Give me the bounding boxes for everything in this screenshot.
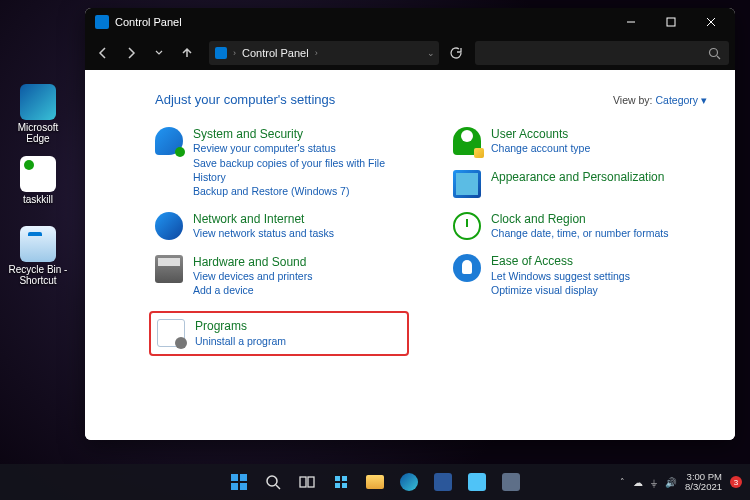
search-button[interactable] xyxy=(258,467,288,497)
start-button[interactable] xyxy=(224,467,254,497)
widgets-button[interactable] xyxy=(326,467,356,497)
svg-rect-12 xyxy=(300,477,306,487)
content-area: Adjust your computer's settings View by:… xyxy=(85,70,735,440)
categories-right-column: User AccountsChange account typeAppearan… xyxy=(453,127,707,356)
recycle-bin-icon xyxy=(20,226,56,262)
taskbar-app-snipping[interactable] xyxy=(462,467,492,497)
view-by-dropdown[interactable]: Category ▾ xyxy=(655,94,707,106)
wifi-icon[interactable]: ⏚ xyxy=(651,477,657,488)
category-title[interactable]: Ease of Access xyxy=(491,254,630,268)
category-link[interactable]: Review your computer's status xyxy=(193,141,409,155)
svg-rect-17 xyxy=(342,483,347,488)
categories-left-column: System and SecurityReview your computer'… xyxy=(155,127,409,356)
category-title[interactable]: Appearance and Personalization xyxy=(491,170,664,184)
taskbar-app-word[interactable] xyxy=(428,467,458,497)
task-view-button[interactable] xyxy=(292,467,322,497)
address-bar[interactable]: › Control Panel › ⌄ xyxy=(209,41,439,65)
maximize-button[interactable] xyxy=(651,8,691,36)
desktop-icon-recycle-bin[interactable]: Recycle Bin - Shortcut xyxy=(8,226,68,286)
category-prog[interactable]: ProgramsUninstall a program xyxy=(149,311,409,356)
category-title[interactable]: User Accounts xyxy=(491,127,590,141)
desktop-icon-label: taskkill xyxy=(8,194,68,205)
taskbar-app-edge[interactable] xyxy=(394,467,424,497)
usr-icon xyxy=(453,127,481,155)
category-clk[interactable]: Clock and RegionChange date, time, or nu… xyxy=(453,212,707,241)
edge-icon xyxy=(20,84,56,120)
svg-rect-6 xyxy=(231,474,238,481)
taskbar: ˄ ☁ ⏚ 🔊 3:00 PM 8/3/2021 3 xyxy=(0,464,750,500)
chevron-right-icon: › xyxy=(315,48,318,58)
window-title: Control Panel xyxy=(115,16,182,28)
chevron-right-icon: › xyxy=(233,48,236,58)
category-link[interactable]: Optimize visual display xyxy=(491,283,630,297)
desktop-icon-edge[interactable]: Microsoft Edge xyxy=(8,84,68,144)
nav-forward-button[interactable] xyxy=(119,41,143,65)
speaker-icon[interactable]: 🔊 xyxy=(665,477,677,488)
minimize-button[interactable] xyxy=(611,8,651,36)
category-ea[interactable]: Ease of AccessLet Windows suggest settin… xyxy=(453,254,707,297)
category-title[interactable]: Network and Internet xyxy=(193,212,334,226)
ea-icon xyxy=(453,254,481,282)
svg-rect-7 xyxy=(240,474,247,481)
taskbar-app-explorer[interactable] xyxy=(360,467,390,497)
svg-rect-13 xyxy=(308,477,314,487)
control-panel-window: Control Panel › Control Panel › ⌄ Adjust… xyxy=(85,8,735,440)
svg-rect-1 xyxy=(667,18,675,26)
category-net[interactable]: Network and InternetView network status … xyxy=(155,212,409,241)
svg-line-11 xyxy=(276,485,280,489)
clk-icon xyxy=(453,212,481,240)
refresh-button[interactable] xyxy=(443,41,467,65)
category-link[interactable]: Save backup copies of your files with Fi… xyxy=(193,156,409,184)
desktop-icon-label: Microsoft Edge xyxy=(8,122,68,144)
category-sec[interactable]: System and SecurityReview your computer'… xyxy=(155,127,409,198)
sec-icon xyxy=(155,127,183,155)
breadcrumb[interactable]: Control Panel xyxy=(242,47,309,59)
category-hw[interactable]: Hardware and SoundView devices and print… xyxy=(155,255,409,298)
category-link[interactable]: View devices and printers xyxy=(193,269,312,283)
view-by-label: View by: xyxy=(613,94,653,106)
category-title[interactable]: Clock and Region xyxy=(491,212,668,226)
clock[interactable]: 3:00 PM 8/3/2021 xyxy=(685,472,722,493)
svg-rect-16 xyxy=(335,483,340,488)
category-usr[interactable]: User AccountsChange account type xyxy=(453,127,707,156)
desktop-icon-label: Recycle Bin - Shortcut xyxy=(8,264,68,286)
category-link[interactable]: Add a device xyxy=(193,283,312,297)
hw-icon xyxy=(155,255,183,283)
net-icon xyxy=(155,212,183,240)
navbar: › Control Panel › ⌄ xyxy=(85,36,735,70)
svg-rect-14 xyxy=(335,476,340,481)
category-link[interactable]: Backup and Restore (Windows 7) xyxy=(193,184,409,198)
nav-up-button[interactable] xyxy=(175,41,199,65)
tray-overflow-icon[interactable]: ˄ xyxy=(620,477,625,487)
category-link[interactable]: Change date, time, or number formats xyxy=(491,226,668,240)
titlebar[interactable]: Control Panel xyxy=(85,8,735,36)
svg-rect-8 xyxy=(231,483,238,490)
date: 8/3/2021 xyxy=(685,482,722,492)
prog-icon xyxy=(157,319,185,347)
close-button[interactable] xyxy=(691,8,731,36)
ap-icon xyxy=(453,170,481,198)
category-link[interactable]: View network status and tasks xyxy=(193,226,334,240)
category-ap[interactable]: Appearance and Personalization xyxy=(453,170,707,198)
search-icon xyxy=(708,47,721,60)
nav-chevron-down-icon[interactable] xyxy=(147,41,171,65)
category-link[interactable]: Uninstall a program xyxy=(195,334,286,348)
svg-rect-15 xyxy=(342,476,347,481)
nav-back-button[interactable] xyxy=(91,41,115,65)
desktop-icon-taskkill[interactable]: taskkill xyxy=(8,156,68,205)
category-link[interactable]: Let Windows suggest settings xyxy=(491,269,630,283)
category-link[interactable]: Change account type xyxy=(491,141,590,155)
svg-line-5 xyxy=(717,56,720,59)
search-input[interactable] xyxy=(475,41,729,65)
chevron-down-icon[interactable]: ⌄ xyxy=(427,48,435,58)
svg-point-10 xyxy=(267,476,277,486)
script-icon xyxy=(20,156,56,192)
onedrive-icon[interactable]: ☁ xyxy=(633,477,643,488)
notification-badge[interactable]: 3 xyxy=(730,476,742,488)
taskbar-app-generic[interactable] xyxy=(496,467,526,497)
svg-rect-9 xyxy=(240,483,247,490)
category-title[interactable]: Programs xyxy=(195,319,286,333)
control-panel-icon xyxy=(215,47,227,59)
category-title[interactable]: System and Security xyxy=(193,127,409,141)
category-title[interactable]: Hardware and Sound xyxy=(193,255,312,269)
